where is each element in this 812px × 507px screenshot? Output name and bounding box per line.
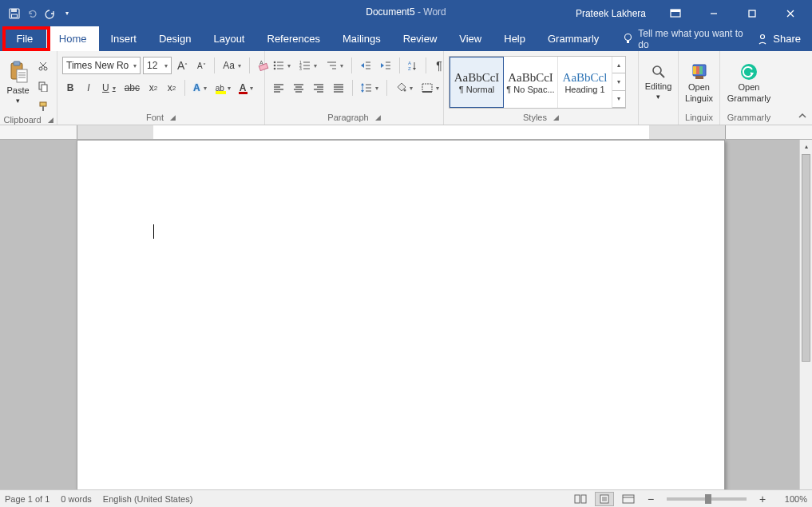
style-more-icon[interactable]: ▾ <box>612 91 625 108</box>
collapse-ribbon-icon[interactable] <box>798 50 807 125</box>
read-mode-view-button[interactable] <box>571 492 590 506</box>
underline-button[interactable]: U▾ <box>99 79 119 97</box>
tab-insert[interactable]: Insert <box>99 26 148 51</box>
bullets-button[interactable]: ▾ <box>270 57 294 74</box>
line-spacing-button[interactable]: ▾ <box>358 79 382 97</box>
zoom-out-button[interactable]: − <box>643 490 659 508</box>
style-gallery-spinner[interactable]: ▴ ▾ ▾ <box>612 57 625 108</box>
sort-button[interactable]: AZ <box>405 57 421 74</box>
svg-marker-73 <box>361 90 364 93</box>
highlight-button[interactable]: ab▾ <box>212 79 234 97</box>
style-normal[interactable]: AaBbCcI ¶ Normal <box>450 57 504 108</box>
strike-button[interactable]: abc <box>121 79 143 97</box>
style-nospacing[interactable]: AaBbCcI ¶ No Spac... <box>504 57 558 108</box>
tab-home[interactable]: Home <box>46 26 100 51</box>
subscript-button[interactable]: x2 <box>145 79 161 97</box>
svg-point-80 <box>653 66 661 74</box>
bold-button[interactable]: B <box>62 79 78 97</box>
font-launcher-icon[interactable]: ◢ <box>170 113 176 121</box>
paste-icon <box>6 60 30 84</box>
clipboard-launcher-icon[interactable]: ◢ <box>48 116 53 124</box>
tab-references[interactable]: References <box>256 26 331 51</box>
copy-button[interactable] <box>34 77 52 95</box>
scroll-up-icon[interactable]: ▴ <box>800 140 812 152</box>
undo-icon[interactable] <box>26 7 38 20</box>
svg-point-19 <box>44 67 47 70</box>
change-case-button[interactable]: Aa▾ <box>220 57 244 74</box>
save-icon[interactable] <box>8 7 21 20</box>
align-right-button[interactable] <box>310 79 327 97</box>
svg-rect-6 <box>749 10 755 17</box>
status-language[interactable]: English (United States) <box>103 494 193 504</box>
style-up-icon[interactable]: ▴ <box>612 57 625 73</box>
shrink-font-button[interactable]: A˅ <box>193 57 209 74</box>
italic-button[interactable]: I <box>81 79 97 97</box>
multilevel-button[interactable]: ▾ <box>323 57 347 74</box>
close-button[interactable] <box>772 0 809 26</box>
open-linguix-button[interactable]: Open Linguix <box>683 56 715 110</box>
svg-rect-2 <box>12 14 18 18</box>
underline-letter: U <box>102 82 109 93</box>
format-painter-button[interactable] <box>34 97 52 115</box>
svg-rect-14 <box>17 69 27 82</box>
ribbon-display-icon[interactable] <box>657 0 694 26</box>
horizontal-ruler[interactable] <box>0 125 812 140</box>
text-effects-button[interactable]: A▾ <box>190 79 210 97</box>
align-center-button[interactable] <box>290 79 307 97</box>
print-layout-view-button[interactable] <box>595 492 614 506</box>
grow-font-button[interactable]: A˄ <box>174 57 191 74</box>
zoom-level[interactable]: 100% <box>775 494 807 504</box>
user-name[interactable]: Prateek Lakhera <box>566 8 656 19</box>
borders-icon <box>422 83 433 93</box>
zoom-slider-knob[interactable] <box>705 494 711 504</box>
tell-me-search[interactable]: Tell me what you want to do <box>610 26 746 51</box>
paste-button[interactable]: Paste ▾ <box>5 56 31 109</box>
align-left-button[interactable] <box>270 79 287 97</box>
shading-button[interactable]: ▾ <box>392 79 416 97</box>
style-heading1[interactable]: AaBbCcl Heading 1 <box>558 57 612 108</box>
style-down-icon[interactable]: ▾ <box>612 73 625 90</box>
tab-mailings[interactable]: Mailings <box>331 26 392 51</box>
font-name-input[interactable]: Times New Ro▾ <box>62 57 141 74</box>
tab-help[interactable]: Help <box>493 26 537 51</box>
linguix-name-label: Linguix <box>685 93 713 103</box>
justify-button[interactable] <box>330 79 347 97</box>
tab-view[interactable]: View <box>448 26 493 51</box>
decrease-indent-button[interactable] <box>357 57 374 74</box>
font-color-button[interactable]: A▾ <box>236 79 256 97</box>
paragraph-launcher-icon[interactable]: ◢ <box>375 113 381 121</box>
page-scroll-region[interactable] <box>0 140 799 489</box>
maximize-button[interactable] <box>734 0 770 26</box>
zoom-slider[interactable] <box>667 497 747 501</box>
share-button[interactable]: Share <box>746 26 812 51</box>
editing-button[interactable]: Editing ▾ <box>644 56 673 109</box>
superscript-button[interactable]: x2 <box>164 79 180 97</box>
font-size-input[interactable]: 12▾ <box>143 57 172 74</box>
cut-button[interactable] <box>34 57 52 75</box>
status-page[interactable]: Page 1 of 1 <box>5 494 50 504</box>
scissors-icon <box>38 61 49 72</box>
qat-dropdown-icon[interactable]: ▾ <box>61 7 73 20</box>
group-clipboard: Paste ▾ <box>0 51 57 125</box>
align-right-icon <box>313 83 324 93</box>
scroll-thumb[interactable] <box>802 154 810 362</box>
status-words[interactable]: 0 words <box>61 494 92 504</box>
tab-layout[interactable]: Layout <box>202 26 255 51</box>
style-gallery: AaBbCcI ¶ Normal AaBbCcI ¶ No Spac... Aa… <box>449 56 626 109</box>
vertical-scrollbar[interactable]: ▴ <box>799 140 812 489</box>
svg-line-81 <box>660 73 664 77</box>
web-layout-view-button[interactable] <box>619 492 638 506</box>
document-page[interactable] <box>77 140 725 489</box>
tab-design[interactable]: Design <box>148 26 202 51</box>
increase-indent-button[interactable] <box>377 57 394 74</box>
redo-icon[interactable] <box>43 7 56 20</box>
open-grammarly-button[interactable]: Open Grammarly <box>725 56 773 110</box>
tab-file[interactable]: File <box>5 26 45 51</box>
borders-button[interactable]: ▾ <box>418 79 442 97</box>
tab-grammarly[interactable]: Grammarly <box>537 26 610 51</box>
minimize-button[interactable] <box>695 0 732 26</box>
tab-review[interactable]: Review <box>392 26 449 51</box>
styles-launcher-icon[interactable]: ◢ <box>553 113 559 121</box>
zoom-in-button[interactable]: + <box>755 490 770 508</box>
numbering-button[interactable]: 123▾ <box>296 57 320 74</box>
